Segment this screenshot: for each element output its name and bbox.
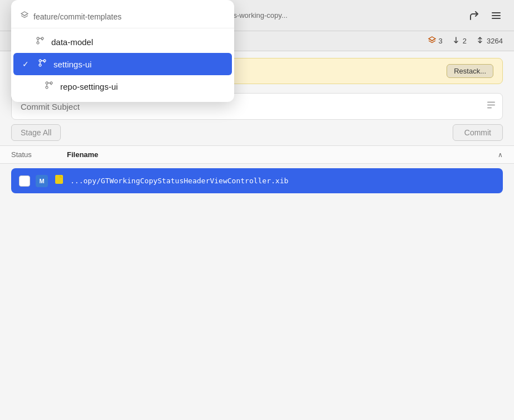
diff-icon bbox=[476, 36, 484, 46]
dropdown-label-settings-ui: settings-ui bbox=[54, 60, 91, 69]
branch-icon-data-model bbox=[36, 36, 45, 47]
share-button[interactable] bbox=[465, 7, 483, 25]
file-type-icon bbox=[54, 174, 65, 188]
dropdown-overlay: feature/commit-templates data-model ✓ bbox=[11, 0, 234, 102]
dropdown-item-repo-settings-ui[interactable]: repo-settings-ui bbox=[11, 75, 234, 97]
dropdown-header-icon bbox=[20, 11, 29, 22]
arrows-count: 2 bbox=[463, 37, 467, 45]
menu-button[interactable] bbox=[487, 7, 505, 25]
svg-point-14 bbox=[46, 86, 48, 89]
svg-rect-4 bbox=[487, 105, 495, 106]
dropdown-label-repo-settings-ui: repo-settings-ui bbox=[60, 82, 118, 91]
file-name: ...opy/GTWorkingCopyStatusHeaderViewCont… bbox=[70, 177, 288, 185]
file-list-header: Status Filename ∧ bbox=[0, 145, 514, 164]
file-badge-modified: M bbox=[36, 175, 48, 187]
stat-layers: 3 bbox=[428, 36, 443, 46]
col-filename-header: Filename bbox=[67, 150, 498, 159]
svg-point-8 bbox=[37, 42, 39, 44]
checkmark-settings-ui: ✓ bbox=[22, 60, 31, 69]
dropdown-header: feature/commit-templates bbox=[11, 4, 234, 28]
svg-rect-1 bbox=[492, 15, 501, 16]
commit-button[interactable]: Commit bbox=[453, 124, 503, 141]
changes-count: 3264 bbox=[487, 37, 503, 45]
file-checkbox[interactable] bbox=[19, 175, 30, 187]
arrows-icon bbox=[452, 36, 460, 46]
stage-all-button[interactable]: Stage All bbox=[11, 124, 61, 141]
col-status-header: Status bbox=[11, 150, 67, 159]
svg-rect-3 bbox=[487, 102, 495, 103]
file-row[interactable]: M ...opy/GTWorkingCopyStatusHeaderViewCo… bbox=[11, 168, 503, 193]
dropdown-item-settings-ui[interactable]: ✓ settings-ui bbox=[13, 53, 232, 75]
branch-icon-settings-ui bbox=[38, 58, 47, 70]
restack-button[interactable]: Restack... bbox=[447, 64, 493, 78]
dropdown-label-data-model: data-model bbox=[51, 37, 93, 47]
svg-rect-5 bbox=[487, 108, 492, 109]
action-buttons: Stage All Commit bbox=[11, 124, 503, 141]
sort-icon[interactable]: ∧ bbox=[498, 151, 503, 159]
svg-rect-6 bbox=[55, 175, 63, 184]
dropdown-item-data-model[interactable]: data-model bbox=[11, 31, 234, 53]
top-bar-icons bbox=[465, 7, 505, 25]
svg-rect-2 bbox=[492, 18, 501, 19]
branch-icon-repo-settings-ui bbox=[45, 81, 54, 92]
main-area: commit-templates-working-copy... bbox=[0, 0, 514, 420]
layers-count: 3 bbox=[439, 37, 443, 45]
template-icon[interactable] bbox=[486, 100, 496, 113]
dropdown-header-text: feature/commit-templates bbox=[33, 12, 122, 21]
layers-icon bbox=[428, 36, 437, 46]
svg-point-11 bbox=[39, 64, 41, 66]
stat-changes: 3264 bbox=[476, 36, 503, 46]
svg-rect-0 bbox=[492, 12, 501, 13]
stat-arrows: 2 bbox=[452, 36, 467, 46]
